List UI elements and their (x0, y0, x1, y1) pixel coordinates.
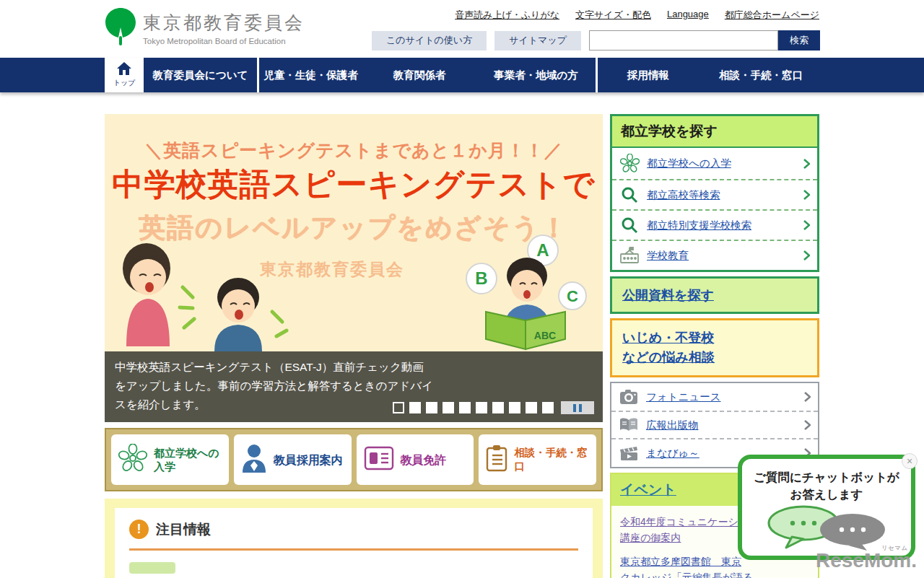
carousel-dot[interactable] (443, 402, 454, 413)
chevron-right-icon (804, 420, 811, 430)
find-school-title: 都立学校を探す (612, 116, 817, 148)
clapperboard-icon (619, 445, 639, 461)
carousel-dot[interactable] (393, 402, 404, 413)
find-school-box: 都立学校を探す 都立学校への入学 (610, 114, 819, 272)
home-icon (117, 62, 131, 76)
hero-countdown-text: ＼英語スピーキングテストまであと１か月！！／ (105, 114, 603, 162)
nav-item-business-community[interactable]: 事業者・地域の方 (476, 58, 596, 92)
carousel-pause-button[interactable] (561, 401, 594, 414)
page-header: 東京都教育委員会 Tokyo Metropolitan Board of Edu… (0, 0, 924, 58)
sidebar-item-school-education[interactable]: 学校教育 (612, 240, 817, 270)
chevron-right-icon (804, 392, 811, 402)
quick-link-teacher-recruitment[interactable]: 教員採用案内 (234, 434, 352, 485)
book-icon (619, 418, 639, 432)
carousel-dot[interactable] (426, 402, 437, 413)
link-fontsize-color[interactable]: 文字サイズ・配色 (575, 9, 651, 22)
quick-link-consultation[interactable]: 相談・手続・窓口 (479, 434, 596, 485)
svg-text:B: B (475, 268, 487, 288)
bullying-consultation-link[interactable]: いじめ・不登校 などの悩み相談 (622, 328, 807, 367)
sidebar-item-specialneeds-search[interactable]: 都立特別支援学校検索 (612, 209, 817, 240)
search-button[interactable]: 検索 (778, 30, 820, 51)
hero-title-text: 中学校英語スピーキングテストで (105, 164, 603, 206)
exclamation-icon: ! (129, 520, 149, 539)
quick-link-teacher-license[interactable]: 教員免許 (357, 434, 474, 485)
chevron-right-icon (803, 159, 810, 169)
nav-item-students-parents[interactable]: 児童・生徒・保護者 (257, 58, 362, 92)
site-subtitle: Tokyo Metropolitan Board of Education (143, 37, 305, 45)
link-tocho-home[interactable]: 都庁総合ホームページ (725, 9, 819, 22)
search-icon (619, 216, 640, 234)
carousel-dot[interactable] (409, 402, 421, 413)
hero-banner[interactable]: ＼英語スピーキングテストまであと１か月！！／ 中学校英語スピーキングテストで 英… (105, 114, 603, 422)
nav-item-educators[interactable]: 教育関係者 (362, 58, 476, 92)
caption-line: 中学校英語スピーキングテスト（ESAT-J）直前チェック動画 (115, 358, 593, 377)
site-usage-button[interactable]: このサイトの使い方 (372, 31, 487, 51)
hero-caption: 中学校英語スピーキングテスト（ESAT-J）直前チェック動画 をアップしました。… (105, 351, 603, 422)
close-icon[interactable]: × (902, 453, 918, 469)
svg-text:C: C (567, 287, 578, 305)
notice-title: 注目情報 (156, 520, 211, 539)
sakura-flower-icon (118, 444, 147, 476)
sidebar-item-publications[interactable]: 広報出版物 (611, 411, 818, 438)
clipboard-icon (486, 445, 507, 475)
carousel-dot[interactable] (476, 402, 487, 413)
chevron-right-icon (803, 220, 810, 230)
sidebar-item-photo-news[interactable]: フォトニュース (611, 383, 818, 411)
caption-line: をアップしました。事前の学習方法と解答するときのアドバイ (115, 377, 593, 395)
school-building-icon (619, 247, 640, 264)
site-title: 東京都教育委員会 (143, 11, 305, 35)
sidebar-item-highschool-search[interactable]: 都立高校等検索 (612, 179, 817, 209)
notice-category-tag (129, 562, 175, 574)
search-input[interactable] (589, 30, 778, 51)
sidebar-item-school-admission[interactable]: 都立学校への入学 (612, 148, 817, 179)
quick-links-strip: 都立学校への 入学 教員採用案内 (105, 428, 603, 491)
tokyo-ginkgo-leaf-icon (105, 7, 136, 49)
nav-item-recruitment[interactable]: 採用情報 (596, 58, 699, 92)
link-voice-furigana[interactable]: 音声読み上げ・ふりがな (455, 9, 559, 22)
resemom-watermark: リセマムReseMom. (816, 549, 917, 572)
svg-text:ABC: ABC (534, 330, 556, 341)
global-nav: トップ 教育委員会について 児童・生徒・保護者 教育関係者 事業者・地域の方 採… (0, 58, 924, 92)
utility-links: 音声読み上げ・ふりがな 文字サイズ・配色 Language 都庁総合ホームページ (455, 9, 819, 22)
camera-icon (619, 389, 639, 405)
site-logo[interactable]: 東京都教育委員会 Tokyo Metropolitan Board of Edu… (105, 7, 305, 49)
bullying-consultation-box[interactable]: いじめ・不登校 などの悩み相談 (610, 318, 819, 377)
carousel-dot[interactable] (526, 402, 537, 413)
public-documents-link[interactable]: 公開資料を探す (622, 288, 714, 302)
carousel-dot[interactable] (509, 402, 520, 413)
public-documents-box[interactable]: 公開資料を探す (610, 276, 819, 314)
chevron-right-icon (803, 250, 810, 260)
chevron-right-icon (803, 190, 810, 200)
carousel-pagination (393, 401, 594, 414)
notice-section: ! 注目情報 (105, 499, 603, 578)
events-title-link[interactable]: イベント (620, 482, 676, 497)
teacher-person-icon (241, 444, 267, 476)
nav-item-about-board[interactable]: 教育委員会について (144, 58, 257, 92)
sakura-flower-icon (619, 154, 640, 173)
nav-item-consultation[interactable]: 相談・手続・窓口 (699, 58, 823, 92)
sitemap-button[interactable]: サイトマップ (494, 31, 581, 51)
search-icon (619, 186, 640, 203)
carousel-dot[interactable] (459, 402, 471, 413)
carousel-dot[interactable] (492, 402, 504, 413)
link-language[interactable]: Language (667, 9, 709, 22)
nav-item-top[interactable]: トップ (105, 58, 144, 92)
license-card-icon (364, 446, 394, 473)
svg-text:A: A (536, 240, 549, 260)
carousel-dot[interactable] (542, 402, 554, 413)
quick-link-school-admission[interactable]: 都立学校への 入学 (111, 434, 229, 485)
hero-illustration: A B C ABC (105, 231, 603, 351)
